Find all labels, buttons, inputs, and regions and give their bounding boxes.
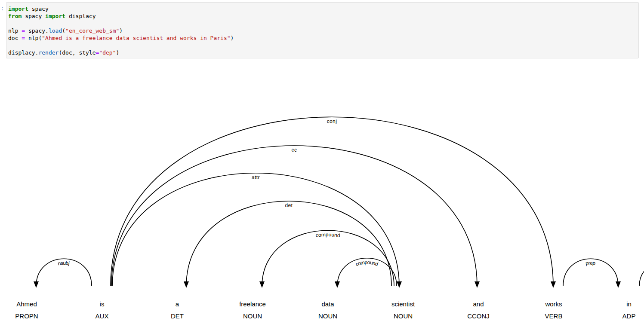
dep-arc: compound	[259, 230, 394, 288]
dep-arc: compound	[335, 258, 397, 288]
dep-pos-tag: NOUN	[243, 312, 262, 320]
dep-arc: det	[184, 201, 391, 288]
dep-arrowhead-icon	[551, 281, 556, 288]
dep-arc-label: cc	[292, 147, 297, 153]
dep-arc-label: prep	[585, 260, 596, 266]
dep-word: freelance	[239, 300, 266, 308]
dep-arc-curve	[111, 146, 477, 286]
dep-arc: nsubj	[34, 259, 92, 288]
dep-arrowhead-icon	[335, 281, 340, 288]
dep-arc-label: attr	[252, 174, 260, 180]
dep-pos-tag: DET	[171, 312, 184, 320]
dep-arc: prep	[563, 259, 621, 288]
dep-arc-label: compound	[355, 259, 379, 267]
dep-pos-tag: NOUN	[318, 312, 337, 320]
dep-arc-label: det	[285, 202, 293, 208]
dep-arc-curve	[262, 230, 394, 286]
dep-word: works	[545, 300, 562, 308]
dep-arc-curve	[186, 201, 391, 286]
dep-word: a	[176, 300, 179, 308]
dep-arc-label: compound	[315, 232, 341, 238]
dep-arrowhead-icon	[184, 281, 189, 288]
dep-pos-tag: NOUN	[394, 312, 413, 320]
dep-arrowhead-icon	[259, 281, 265, 288]
dep-pos-tag: ADP	[622, 312, 636, 320]
dep-arrowhead-icon	[397, 281, 402, 288]
dep-arc-curve	[111, 117, 553, 286]
dep-arc-curve	[112, 173, 399, 286]
dep-word: data	[321, 300, 334, 308]
dep-pos-tag: VERB	[545, 312, 563, 320]
dep-word: and	[473, 300, 484, 308]
dep-arc: conj	[111, 117, 556, 288]
dep-pos-tag: CCONJ	[467, 312, 490, 320]
dep-word: in	[626, 300, 632, 308]
dep-arc	[639, 259, 644, 288]
dep-arc: cc	[111, 146, 480, 288]
dep-word: Ahmed	[16, 300, 37, 308]
dep-arc-label: nsubj	[57, 260, 70, 266]
dep-arc-curve	[639, 259, 644, 286]
dependency-parse-svg: AhmedPROPNisAUXaDETfreelanceNOUNdataNOUN…	[0, 0, 644, 333]
dep-arrowhead-icon	[616, 281, 621, 288]
dep-arc-label: conj	[327, 118, 337, 124]
dep-word: is	[100, 300, 105, 308]
dep-arrowhead-icon	[34, 281, 39, 288]
dep-arrowhead-icon	[475, 281, 480, 288]
dep-pos-tag: PROPN	[15, 312, 38, 320]
dep-pos-tag: AUX	[96, 312, 109, 320]
dep-word: scientist	[391, 300, 415, 308]
